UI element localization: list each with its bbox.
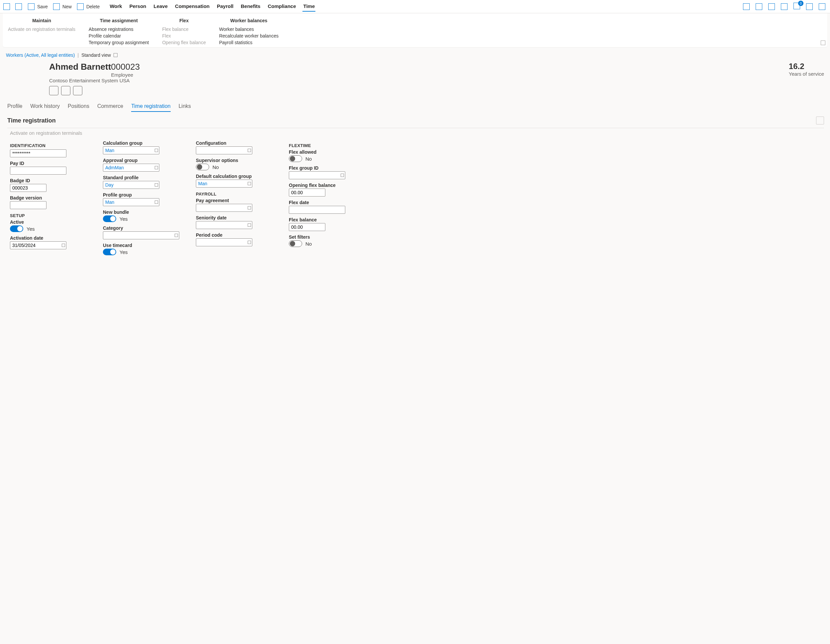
delete-button[interactable]: Delete <box>76 2 100 11</box>
ribbon-item-profile-calendar[interactable]: Profile calendar <box>89 33 149 39</box>
nav-tab-leave[interactable]: Leave <box>153 1 169 12</box>
nav-tab-compliance[interactable]: Compliance <box>267 1 296 12</box>
supervisor-options-value: No <box>212 164 219 170</box>
pay-agreement-label: Pay agreement <box>196 198 276 203</box>
worker-role: Employee <box>49 72 133 78</box>
view-selector[interactable]: Standard view <box>81 52 111 58</box>
edit-icon[interactable] <box>3 3 10 10</box>
period-code-input[interactable] <box>196 238 252 246</box>
category-input[interactable] <box>103 231 179 239</box>
detail-tab-profile[interactable]: Profile <box>7 101 22 112</box>
ribbon-item-payroll-statistics[interactable]: Payroll statistics <box>219 39 279 46</box>
period-code-label: Period code <box>196 233 276 238</box>
activation-date-input[interactable] <box>10 241 67 249</box>
nav-tab-compensation[interactable]: Compensation <box>174 1 210 12</box>
active-toggle[interactable] <box>10 225 23 232</box>
supervisor-options-toggle[interactable] <box>196 164 209 170</box>
ribbon-group-time-assignment: Time assignmentAbsence registrationsProf… <box>89 17 149 46</box>
nav-tab-time[interactable]: Time <box>303 1 315 12</box>
detail-tab-work-history[interactable]: Work history <box>30 101 60 112</box>
phone-chip[interactable] <box>61 86 70 95</box>
options-icon[interactable] <box>768 3 775 10</box>
badge-id-input[interactable] <box>10 184 46 192</box>
view-dropdown-icon[interactable] <box>114 53 117 57</box>
action-pane: Save New Delete WorkPersonLeaveCompensat… <box>0 0 830 13</box>
use-timecard-toggle[interactable] <box>103 248 116 255</box>
new-bundle-label: New bundle <box>103 209 182 215</box>
set-filters-toggle[interactable] <box>289 241 302 247</box>
flex-balance-input <box>289 223 325 231</box>
ribbon-item-temporary-group-assignment[interactable]: Temporary group assignment <box>89 39 149 46</box>
flex-group-id-label: Flex group ID <box>289 165 369 171</box>
new-bundle-toggle[interactable] <box>103 215 116 222</box>
ribbon-group-maintain: MaintainActivate on registration termina… <box>8 17 75 46</box>
configuration-input[interactable] <box>196 146 252 154</box>
worker-name: Ahmed Barnett <box>49 62 111 72</box>
supervisor-options-label: Supervisor options <box>196 158 276 163</box>
attach-icon[interactable] <box>743 3 750 10</box>
use-timecard-value: Yes <box>119 249 127 255</box>
save-button[interactable]: Save <box>27 2 49 11</box>
calendar-icon[interactable] <box>62 244 65 247</box>
pay-id-input[interactable] <box>10 167 67 175</box>
ribbon-item-recalculate-worker-balances[interactable]: Recalculate worker balances <box>219 33 279 39</box>
flex-group-id-input[interactable] <box>289 171 345 179</box>
profile-group-label: Profile group <box>103 192 182 198</box>
new-bundle-value: Yes <box>119 216 127 222</box>
email-chip[interactable] <box>49 86 59 95</box>
flex-allowed-value: No <box>306 156 312 161</box>
profile-group-input[interactable] <box>103 198 159 206</box>
active-label: Active <box>10 220 90 225</box>
nav-tab-payroll[interactable]: Payroll <box>216 1 234 12</box>
flex-allowed-toggle[interactable] <box>289 155 302 162</box>
refresh-icon[interactable] <box>756 3 762 10</box>
default-calc-group-input[interactable] <box>196 180 252 188</box>
close-icon[interactable] <box>819 3 825 10</box>
new-button[interactable]: New <box>52 2 72 11</box>
detail-tab-commerce[interactable]: Commerce <box>97 101 123 112</box>
ribbon-group-title: Maintain <box>8 18 75 23</box>
activate-terminals-link: Activate on registration terminals <box>0 128 830 139</box>
category-label: Category <box>103 225 182 231</box>
default-calc-group-label: Default calculation group <box>196 174 276 179</box>
ribbon-item-activate-on-registration-terminals: Activate on registration terminals <box>8 26 75 33</box>
flex-date-label: Flex date <box>289 200 369 205</box>
years-of-service-box: 16.2 Years of service <box>789 62 824 77</box>
opening-flex-balance-label: Opening flex balance <box>289 183 369 188</box>
calculation-group-input[interactable] <box>103 146 159 154</box>
nav-tab-person[interactable]: Person <box>129 1 147 12</box>
breadcrumb-link[interactable]: Workers (Active, All legal entities) <box>6 52 75 58</box>
ribbon-item-worker-balances[interactable]: Worker balances <box>219 26 279 33</box>
detail-tab-time-registration[interactable]: Time registration <box>131 101 171 112</box>
ribbon-item-absence-registrations[interactable]: Absence registrations <box>89 26 149 33</box>
configuration-label: Configuration <box>196 141 276 146</box>
badge-version-label: Badge version <box>10 195 90 201</box>
detail-tab-positions[interactable]: Positions <box>68 101 89 112</box>
col-config-payroll: Configuration Supervisor options No Defa… <box>196 139 276 259</box>
nav-tab-work[interactable]: Work <box>109 1 122 12</box>
notifications-button[interactable]: 0 <box>794 3 801 10</box>
badge-id-label: Badge ID <box>10 178 90 183</box>
personnel-number: 000023 <box>111 62 140 72</box>
time-registration-form: IDENTIFICATION Pay ID Badge ID Badge ver… <box>0 139 830 269</box>
ribbon-item-flex: Flex <box>162 33 206 39</box>
standard-profile-input[interactable] <box>103 181 159 189</box>
opening-flex-balance-input <box>289 188 325 196</box>
collapse-button[interactable] <box>816 117 824 125</box>
approval-group-input[interactable] <box>103 164 159 172</box>
help-icon[interactable] <box>806 3 813 10</box>
new-label: New <box>62 4 72 9</box>
worker-header: Ahmed Barnett000023 Employee Contoso Ent… <box>0 60 830 101</box>
setup-heading: SETUP <box>10 213 90 218</box>
ribbon-group-title: Time assignment <box>89 18 149 23</box>
detail-tab-links[interactable]: Links <box>179 101 191 112</box>
address-chip[interactable] <box>73 86 82 95</box>
back-icon[interactable] <box>15 3 22 10</box>
badge-version-input[interactable] <box>10 201 46 209</box>
identification-field[interactable] <box>10 149 67 157</box>
pay-agreement-input[interactable] <box>196 204 252 212</box>
nav-tab-benefits[interactable]: Benefits <box>240 1 261 12</box>
filter-icon[interactable] <box>781 3 787 10</box>
seniority-date-input[interactable] <box>196 221 252 229</box>
pin-icon[interactable] <box>821 41 825 45</box>
